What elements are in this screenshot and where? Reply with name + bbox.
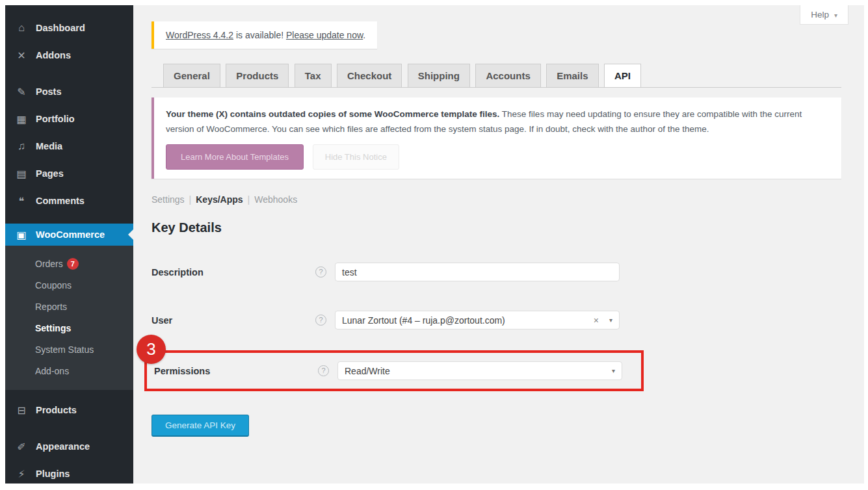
wordpress-version-link[interactable]: WordPress 4.4.2: [166, 30, 233, 40]
main-content: Help▾ WordPress 4.4.2 is available! Plea…: [133, 5, 864, 484]
user-select-value: Lunar Zortout (#4 – ruja.p@zortout.com): [342, 315, 594, 326]
permissions-select[interactable]: Read/Write ▾: [337, 361, 622, 380]
subnav-separator: |: [189, 194, 192, 205]
page-title: Key Details: [151, 220, 841, 235]
description-row: Description ?: [151, 263, 841, 281]
tab-shipping[interactable]: Shipping: [408, 64, 470, 88]
sidebar-item-pages[interactable]: ▤ Pages: [5, 160, 133, 187]
sidebar-item-label: Pages: [36, 168, 64, 179]
submenu-item-orders[interactable]: Orders7: [5, 253, 133, 275]
description-input[interactable]: [335, 263, 620, 281]
plug-icon: ⚡: [14, 468, 29, 480]
sidebar-item-woocommerce[interactable]: ▣ WooCommerce: [5, 224, 133, 246]
sidebar-item-dashboard[interactable]: ⌂ Dashboard: [5, 14, 133, 42]
sidebar-item-addons[interactable]: ✕ Addons: [5, 42, 133, 69]
user-select[interactable]: Lunar Zortout (#4 – ruja.p@zortout.com) …: [335, 311, 620, 329]
sidebar-item-products[interactable]: ⊟ Products: [5, 396, 133, 424]
tab-tax[interactable]: Tax: [295, 64, 332, 88]
chevron-down-icon[interactable]: ▾: [609, 316, 612, 324]
submenu-item-coupons[interactable]: Coupons: [5, 275, 133, 296]
orders-count-badge: 7: [67, 258, 79, 270]
sidebar-item-plugins[interactable]: ⚡ Plugins: [5, 460, 133, 484]
wordpress-update-notice: WordPress 4.4.2 is available! Please upd…: [151, 21, 377, 49]
step-number-badge: 3: [137, 335, 166, 364]
breadcrumb: Settings|Keys/Apps|Webhooks: [151, 194, 841, 205]
sidebar-item-label: Media: [36, 141, 62, 151]
help-dropdown-button[interactable]: Help▾: [800, 5, 848, 25]
active-menu-arrow-icon: [123, 229, 133, 240]
annotation-highlight-box: 3 Permissions ? Read/Write ▾: [144, 350, 644, 391]
tab-api[interactable]: API: [604, 64, 641, 88]
tab-general[interactable]: General: [163, 64, 220, 88]
update-notice-period: .: [363, 30, 365, 40]
permissions-label: Permissions: [154, 366, 318, 376]
permissions-row: Permissions ? Read/Write ▾: [154, 361, 641, 380]
portfolio-icon: ▦: [14, 113, 29, 125]
notice-buttons: Learn More About Templates Hide This Not…: [166, 144, 830, 170]
cart-icon: ⊟: [14, 404, 29, 417]
user-row: User ? Lunar Zortout (#4 – ruja.p@zortou…: [151, 311, 841, 329]
comments-icon: ❝: [14, 195, 29, 207]
submenu-label: Orders: [35, 259, 63, 269]
woocommerce-submenu: Orders7 Coupons Reports Settings System …: [5, 246, 133, 390]
sidebar-item-label: Addons: [36, 50, 71, 60]
update-now-link[interactable]: Please update now: [286, 30, 363, 40]
tab-products[interactable]: Products: [226, 64, 289, 88]
permissions-select-value: Read/Write: [345, 366, 612, 376]
help-label: Help: [811, 10, 829, 19]
sidebar-item-label: Comments: [36, 196, 85, 206]
sidebar-item-posts[interactable]: ✎ Posts: [5, 78, 133, 105]
tab-checkout[interactable]: Checkout: [337, 64, 402, 88]
help-tip-icon[interactable]: ?: [318, 365, 329, 376]
help-tip-icon[interactable]: ?: [315, 266, 326, 277]
admin-sidebar: ⌂ Dashboard ✕ Addons ✎ Posts ▦ Portfolio…: [5, 5, 133, 484]
posts-icon: ✎: [14, 86, 29, 98]
sidebar-item-appearance[interactable]: ✐ Appearance: [5, 433, 133, 460]
wordpress-admin-window: ⌂ Dashboard ✕ Addons ✎ Posts ▦ Portfolio…: [5, 5, 864, 484]
subnav-link-keys-apps[interactable]: Keys/Apps: [196, 194, 243, 205]
settings-tab-bar: General Products Tax Checkout Shipping A…: [151, 64, 841, 88]
outdated-template-notice: Your theme (X) contains outdated copies …: [151, 97, 841, 179]
sidebar-item-portfolio[interactable]: ▦ Portfolio: [5, 105, 133, 133]
chevron-down-icon: ▾: [834, 12, 837, 19]
user-label: User: [151, 315, 315, 326]
submenu-item-add-ons[interactable]: Add-ons: [5, 361, 133, 382]
pages-icon: ▤: [14, 168, 29, 180]
submenu-item-settings[interactable]: Settings: [5, 318, 133, 339]
subnav-separator: |: [248, 194, 250, 205]
sidebar-item-label: Plugins: [36, 469, 70, 479]
help-tip-icon[interactable]: ?: [315, 315, 326, 326]
sidebar-item-label: Dashboard: [36, 23, 85, 33]
sidebar-item-label: Posts: [36, 86, 62, 97]
description-label: Description: [151, 267, 315, 277]
menu-separator: [5, 424, 133, 433]
update-notice-text: is available!: [233, 30, 286, 40]
woocommerce-icon: ▣: [14, 229, 29, 241]
sidebar-item-comments[interactable]: ❝ Comments: [5, 187, 133, 214]
menu-separator: [5, 69, 133, 78]
hide-notice-button[interactable]: Hide This Notice: [313, 144, 399, 170]
addons-icon: ✕: [14, 49, 29, 62]
tab-emails[interactable]: Emails: [546, 64, 598, 88]
submenu-item-reports[interactable]: Reports: [5, 296, 133, 318]
sidebar-item-label: Appearance: [36, 441, 90, 452]
dashboard-icon: ⌂: [14, 22, 29, 34]
clear-selection-icon[interactable]: ×: [594, 315, 599, 326]
tab-accounts[interactable]: Accounts: [475, 64, 540, 88]
learn-more-templates-button[interactable]: Learn More About Templates: [166, 144, 304, 170]
notice-bold-text: Your theme (X) contains outdated copies …: [166, 109, 499, 119]
subnav-link-settings[interactable]: Settings: [151, 194, 185, 205]
sidebar-item-media[interactable]: ♫ Media: [5, 133, 133, 160]
media-icon: ♫: [14, 140, 29, 152]
submenu-item-system-status[interactable]: System Status: [5, 339, 133, 361]
sidebar-item-label: WooCommerce: [36, 229, 105, 240]
menu-separator: [5, 214, 133, 224]
notice-paragraph: Your theme (X) contains outdated copies …: [166, 107, 830, 136]
subnav-link-webhooks[interactable]: Webhooks: [254, 194, 297, 205]
generate-api-key-button[interactable]: Generate API Key: [151, 415, 249, 437]
sidebar-item-label: Products: [36, 405, 77, 415]
brush-icon: ✐: [14, 441, 29, 453]
sidebar-item-label: Portfolio: [36, 114, 75, 124]
chevron-down-icon[interactable]: ▾: [612, 367, 615, 374]
